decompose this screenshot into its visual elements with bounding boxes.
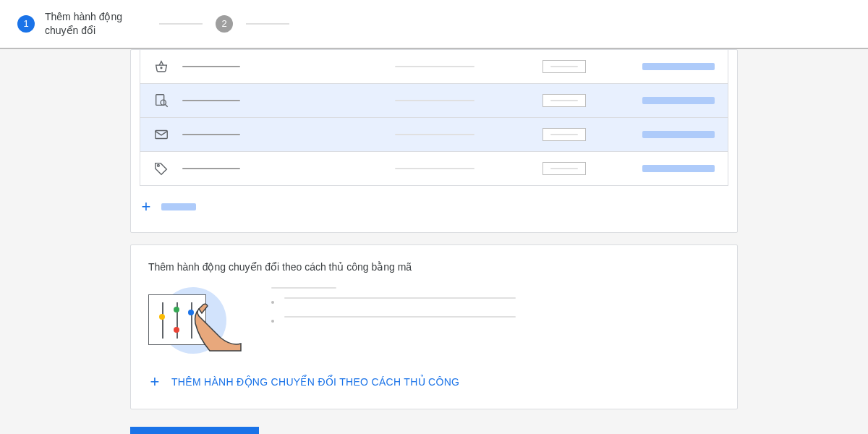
value-dropdown[interactable]: [542, 60, 586, 73]
option-row[interactable]: [140, 50, 728, 84]
svg-point-0: [161, 67, 162, 69]
stepper-header: 1 Thêm hành động chuyển đổi 2: [0, 0, 868, 49]
conversion-options-card: +: [130, 49, 738, 233]
hand-icon: [192, 302, 242, 352]
action-link[interactable]: [642, 131, 715, 138]
action-link[interactable]: [642, 97, 715, 104]
step-2[interactable]: 2: [216, 15, 233, 33]
action-link[interactable]: [642, 165, 715, 172]
plus-icon: +: [140, 197, 153, 216]
page-canvas: + Thêm hành động chuyển đổi theo cách th…: [0, 49, 868, 434]
save-continue-button[interactable]: LƯU VÀ TIẾP TỤC: [130, 427, 259, 434]
manual-illustration: [148, 287, 235, 352]
conversion-options-table: [140, 50, 728, 186]
value-dropdown[interactable]: [542, 94, 586, 107]
svg-rect-3: [156, 130, 168, 138]
manual-card-title: Thêm hành động chuyển đổi theo cách thủ …: [148, 261, 720, 273]
option-row[interactable]: [140, 118, 728, 152]
step-1-label: Thêm hành động chuyển đổi: [45, 10, 146, 38]
option-row[interactable]: [140, 152, 728, 185]
step-1-circle: 1: [17, 15, 35, 33]
step-connector: [159, 23, 203, 25]
basket-icon: [153, 59, 169, 75]
step-1[interactable]: 1 Thêm hành động chuyển đổi: [17, 10, 146, 38]
footer-buttons: LƯU VÀ TIẾP TỤC: [130, 427, 738, 434]
step-connector: [246, 23, 289, 25]
plus-icon: +: [148, 373, 161, 391]
svg-point-4: [158, 164, 160, 166]
tag-icon: [153, 161, 169, 176]
add-manual-label: THÊM HÀNH ĐỘNG CHUYỂN ĐỔI THEO CÁCH THỦ …: [171, 376, 459, 388]
search-doc-icon: [153, 93, 169, 109]
option-row[interactable]: [140, 84, 728, 118]
manual-conversion-card: Thêm hành động chuyển đổi theo cách thủ …: [130, 244, 738, 409]
add-conversion-link[interactable]: +: [131, 186, 737, 229]
action-link[interactable]: [642, 63, 715, 70]
value-dropdown[interactable]: [542, 162, 586, 175]
add-manual-conversion-button[interactable]: + THÊM HÀNH ĐỘNG CHUYỂN ĐỔI THEO CÁCH TH…: [148, 373, 720, 391]
envelope-icon: [153, 127, 169, 142]
manual-description: [271, 287, 720, 335]
value-dropdown[interactable]: [542, 128, 586, 141]
svg-point-2: [161, 100, 166, 105]
step-2-circle: 2: [216, 15, 233, 33]
